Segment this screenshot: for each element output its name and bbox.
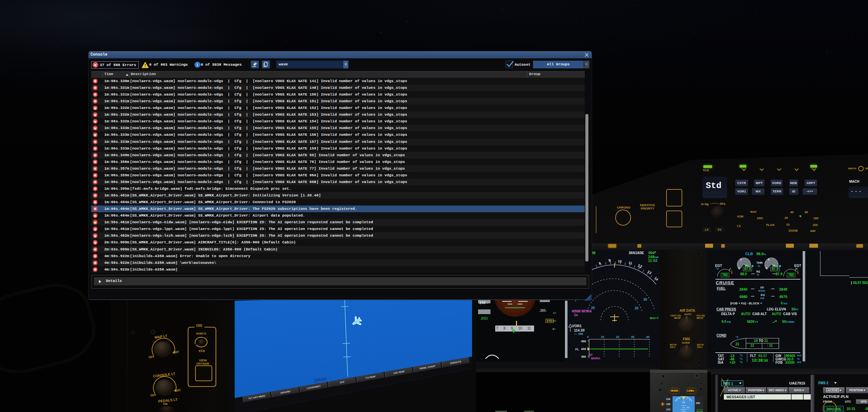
svg-text:5: 5 xyxy=(740,258,742,261)
svg-text:5: 5 xyxy=(768,258,769,261)
svg-text:0: 0 xyxy=(766,266,768,270)
svg-text:0: 0 xyxy=(738,266,740,270)
